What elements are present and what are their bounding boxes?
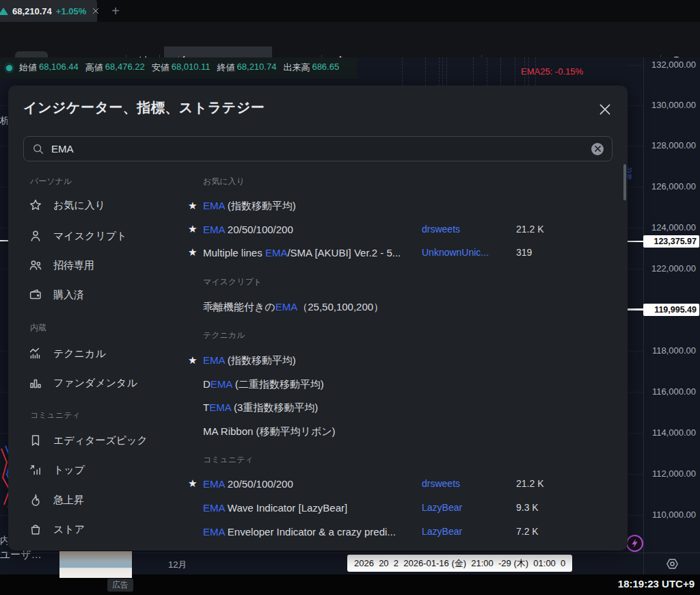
- result-row[interactable]: ★EMA (指数移動平均): [8, 349, 617, 371]
- axis-settings-gear-icon[interactable]: [664, 556, 680, 572]
- result-author-link[interactable]: drsweets: [422, 478, 460, 489]
- search-match-highlight: EMA: [209, 401, 231, 413]
- dialog-scrollbar[interactable]: [623, 164, 626, 200]
- result-row[interactable]: EMA Wave Indicator [LazyBear]LazyBear9.3…: [8, 497, 617, 518]
- crosshair-date-tooltip: 2026 20 2 2026-01-16 (金) 21:00 -29 (木) 0…: [347, 555, 572, 572]
- search-match-highlight: EMA: [265, 247, 288, 259]
- result-usage-count: 7.2 K: [516, 526, 539, 537]
- search-input[interactable]: EMA: [51, 143, 584, 155]
- sidebar-section-header: 内蔵: [30, 317, 46, 339]
- gridline: [628, 392, 643, 393]
- result-row[interactable]: ★EMA 20/50/100/200drsweets21.2 K: [8, 218, 617, 240]
- legend-label: 出来高: [283, 62, 310, 74]
- favorite-star-icon[interactable]: ★: [188, 477, 200, 490]
- gridline: [528, 57, 529, 85]
- clipped-blue-note: 説明: [628, 167, 632, 181]
- result-author-link[interactable]: UnknownUnic...: [422, 247, 489, 258]
- price-tick: 128,000.00: [641, 140, 696, 150]
- result-row[interactable]: ★EMA (指数移動平均): [8, 195, 617, 217]
- app: 68,210.74 +1.05% + 間 4時間 日 週 月 インジケーター: [0, 0, 700, 595]
- legend-item: 出来高686.65: [283, 62, 339, 74]
- result-row[interactable]: DEMA (二重指数移動平均): [8, 373, 617, 395]
- new-tab-button[interactable]: +: [104, 0, 127, 22]
- gridline: [402, 57, 403, 85]
- gridline: [515, 57, 515, 85]
- legend-value: 68,476.22: [105, 62, 145, 74]
- gridline: [628, 65, 643, 66]
- favorite-star-icon[interactable]: ★: [188, 246, 200, 259]
- price-tick: 114,000.00: [641, 427, 696, 438]
- gridline: [628, 228, 643, 228]
- search-match-highlight: EMA: [211, 378, 232, 390]
- favorite-star-icon[interactable]: ★: [188, 354, 200, 367]
- symbol-tab[interactable]: 68,210.74 +1.05%: [0, 0, 97, 22]
- gridline: [628, 269, 643, 269]
- result-title: EMA Wave Indicator [LazyBear]: [203, 502, 347, 514]
- legend-label: 安値: [152, 62, 170, 74]
- search-match-highlight: EMA: [203, 526, 225, 538]
- clock-label[interactable]: 18:19:23 UTC+9: [618, 578, 695, 590]
- price-tick: 112,000.00: [641, 468, 696, 479]
- result-row[interactable]: MA Ribbon (移動平均リボン): [8, 421, 617, 442]
- legend-label: 始値: [19, 62, 37, 74]
- favorite-star-icon[interactable]: ★: [188, 222, 200, 236]
- tab-close-icon[interactable]: [92, 7, 100, 15]
- search-match-highlight: EMA: [203, 354, 225, 366]
- result-author-link[interactable]: LazyBear: [422, 526, 462, 537]
- price-axis-border: [643, 57, 644, 574]
- gridline: [0, 351, 8, 352]
- favorite-star-icon[interactable]: ★: [188, 199, 200, 213]
- result-row[interactable]: 乖離機能付きのEMA（25,50,100,200）: [8, 296, 617, 318]
- dialog-close-icon[interactable]: [595, 99, 615, 120]
- result-row[interactable]: ★EMA 20/50/100/200drsweets21.2 K: [8, 473, 617, 494]
- result-usage-count: 21.2 K: [516, 478, 543, 489]
- result-title: DEMA (二重指数移動平均): [203, 378, 324, 391]
- price-tick: 118,000.00: [641, 345, 696, 356]
- result-author-link[interactable]: drsweets: [422, 224, 460, 235]
- search-match-highlight: EMA: [203, 224, 225, 235]
- result-title: 乖離機能付きのEMA（25,50,100,200）: [203, 301, 383, 314]
- result-title: EMA 20/50/100/200: [203, 478, 293, 490]
- results-section-header: テクニカル: [203, 324, 245, 346]
- quick-action-flash-button[interactable]: [626, 535, 643, 552]
- result-title: EMA Enveloper Indicator & a crazy predi.…: [203, 526, 396, 538]
- search-match-highlight: EMA: [275, 301, 298, 313]
- result-usage-count: 319: [516, 247, 532, 258]
- ad-image[interactable]: [59, 551, 132, 578]
- indicators-dialog: インジケーター、指標、ストラテジー EMA パーソナルお気に入りマイスクリプト招…: [8, 85, 628, 551]
- search-clear-icon[interactable]: [591, 143, 604, 155]
- price-tick: 124,000.00: [641, 222, 696, 233]
- gridline: [446, 57, 447, 85]
- ad-badge: 広告: [107, 579, 133, 592]
- search-match-highlight: EMA: [203, 200, 225, 211]
- gridline: [0, 65, 8, 66]
- gridline: [473, 57, 474, 85]
- tab-bar: 68,210.74 +1.05% +: [0, 0, 700, 22]
- result-author-link[interactable]: LazyBear: [422, 502, 462, 513]
- gridline: [628, 515, 643, 516]
- search-match-highlight: EMA: [203, 502, 225, 514]
- result-title: EMA (指数移動平均): [203, 354, 296, 367]
- result-row[interactable]: TEMA (3重指数移動平均): [8, 397, 617, 419]
- gridline: [628, 105, 643, 106]
- result-title: TEMA (3重指数移動平均): [203, 401, 318, 414]
- tab-price: 68,210.74: [12, 6, 52, 16]
- gridline: [0, 392, 8, 393]
- result-row[interactable]: EMA Enveloper Indicator & a crazy predi.…: [8, 520, 617, 542]
- gridline: [487, 57, 487, 85]
- result-row[interactable]: ★Multiple lines EMA/SMA [AKUBI] Ver.2 - …: [8, 241, 617, 263]
- gridline: [500, 57, 501, 85]
- price-line-segment: [625, 308, 643, 310]
- price-tick: 130,000.00: [641, 100, 696, 110]
- indicator-search-box[interactable]: EMA: [23, 136, 612, 161]
- gridline: [628, 146, 643, 146]
- price-line-segment: [0, 240, 8, 241]
- gridline: [628, 351, 643, 352]
- results-section-header: お気に入り: [203, 170, 245, 192]
- result-title: Multiple lines EMA/SMA [AKUBI] Ver.2 - 5…: [203, 247, 401, 259]
- clipped-drawing-label: 析: [0, 115, 8, 127]
- legend-label: 終値: [217, 62, 235, 74]
- price-label-badge: 123,375.97: [643, 235, 699, 248]
- gridline: [0, 269, 8, 269]
- legend-item: 終値68,210.74: [217, 62, 277, 74]
